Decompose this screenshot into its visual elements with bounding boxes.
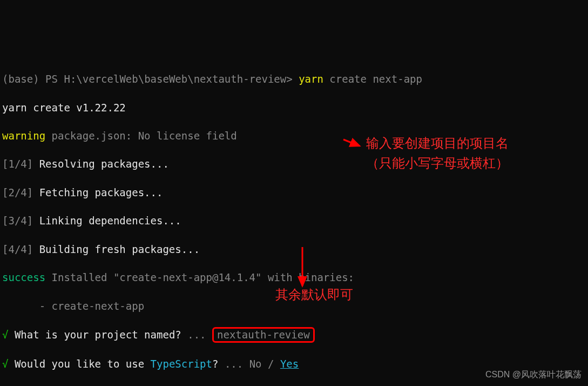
project-name-answer: nextauth-review [217,329,310,341]
prompt-line: (base) PS H:\vercelWeb\baseWeb\nextauth-… [2,72,588,86]
annotation-1: 输入要创建项目的项目名 （只能小写字母或横杠） [366,134,582,172]
step-3: [3/4] Linking dependencies... [2,214,588,228]
yarn-version: yarn create v1.22.22 [2,101,588,115]
step-2: [2/4] Fetching packages... [2,185,588,199]
annotation-2: 其余默认即可 [275,285,353,303]
arrow-icon [342,136,364,150]
project-name-box: nextauth-review [212,327,315,343]
terminal-output[interactable]: (base) PS H:\vercelWeb\baseWeb\nextauth-… [2,58,588,386]
watermark: CSDN @风吹落叶花飘荡 [485,369,582,381]
q-project-name: √ What is your project named? ... nextau… [2,327,588,343]
svg-line-0 [343,139,360,146]
